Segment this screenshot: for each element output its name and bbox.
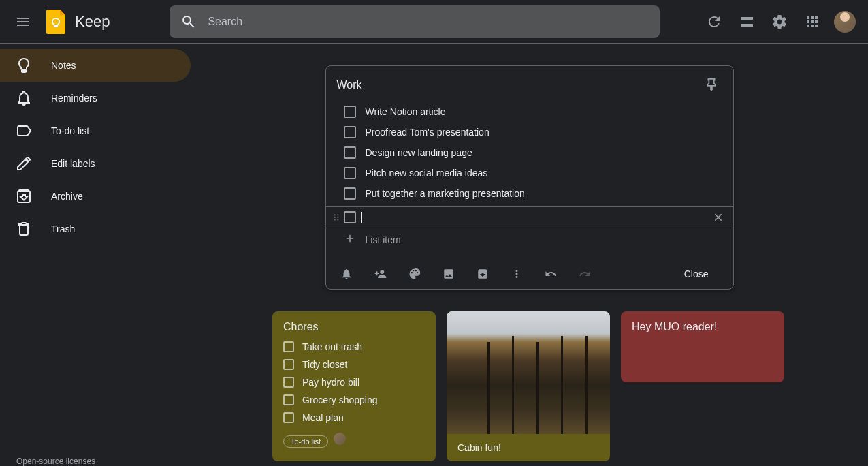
note-checklist-item: Pay hydro bill [283, 377, 425, 388]
checkbox-icon[interactable] [344, 187, 356, 200]
image-button[interactable] [436, 262, 461, 286]
sidebar-footer[interactable]: Open-source licenses [16, 456, 95, 466]
search-input[interactable] [208, 16, 649, 28]
view-toggle-button[interactable] [730, 5, 763, 38]
sidebar-item-todo[interactable]: To-do list [0, 114, 191, 147]
note-editor: Work Write Notion article Proofread Tom'… [325, 65, 734, 290]
refresh-button[interactable] [698, 5, 730, 38]
apps-button[interactable] [796, 5, 829, 38]
archive-icon [16, 188, 32, 204]
pin-button[interactable] [701, 74, 722, 96]
label-icon [16, 123, 32, 139]
close-button[interactable]: Close [668, 263, 725, 285]
note-title: Hey MUO reader! [632, 321, 773, 333]
note-checklist-item: Tidy closet [283, 359, 425, 370]
pencil-icon [16, 155, 32, 172]
redo-button[interactable] [573, 262, 597, 286]
bell-icon [16, 90, 32, 106]
editor-checklist-item[interactable]: Write Notion article [326, 102, 733, 122]
sidebar-item-label: Trash [51, 223, 75, 234]
svg-point-3 [337, 214, 338, 215]
lightbulb-icon [16, 57, 32, 74]
sidebar-item-trash[interactable]: Trash [0, 213, 191, 245]
undo-button[interactable] [539, 262, 563, 286]
note-label-chip[interactable]: To-do list [283, 435, 328, 448]
clear-item-button[interactable] [711, 211, 725, 223]
note-checklist-item: Take out trash [283, 341, 425, 352]
trash-icon [16, 221, 32, 237]
sidebar-item-label: Reminders [51, 93, 97, 104]
archive-button[interactable] [470, 262, 495, 286]
note-checklist-item: Meal plan [283, 412, 425, 423]
checkbox-icon[interactable] [344, 126, 356, 138]
sidebar-item-label: Edit labels [51, 158, 95, 169]
sidebar: Notes Reminders To-do list Edit labels A… [0, 44, 191, 466]
collaborator-avatar [334, 433, 346, 445]
svg-point-7 [337, 219, 338, 220]
sidebar-item-archive[interactable]: Archive [0, 180, 191, 213]
checkbox-icon[interactable] [344, 211, 356, 223]
app-title: Keep [75, 13, 110, 31]
note-checklist-item: Grocery shopping [283, 394, 425, 405]
sidebar-item-edit-labels[interactable]: Edit labels [0, 147, 191, 180]
note-title: Chores [283, 321, 425, 333]
search-icon [180, 14, 197, 30]
sidebar-item-reminders[interactable]: Reminders [0, 82, 191, 114]
editor-toolbar: Close [326, 259, 733, 289]
checkbox-icon[interactable] [344, 106, 356, 118]
checkbox-icon[interactable] [344, 167, 356, 179]
editor-checklist-item[interactable]: Proofread Tom's presentation [326, 122, 733, 142]
svg-point-2 [334, 214, 335, 215]
sidebar-item-notes[interactable]: Notes [0, 49, 191, 82]
sidebar-item-label: To-do list [51, 125, 89, 136]
header-actions [698, 5, 861, 38]
color-button[interactable] [402, 262, 427, 286]
menu-button[interactable] [7, 5, 39, 38]
remind-me-button[interactable] [334, 262, 359, 286]
editor-title[interactable]: Work [337, 79, 701, 91]
sidebar-item-label: Notes [51, 60, 76, 71]
drag-handle-icon[interactable] [330, 213, 342, 222]
checkbox-icon[interactable] [344, 146, 356, 159]
user-avatar[interactable] [834, 11, 856, 33]
editor-checklist-item[interactable]: Pitch new social media ideas [326, 163, 733, 183]
note-title: Cabin fun! [447, 434, 610, 461]
header: Keep [0, 0, 868, 44]
search-bar[interactable] [170, 5, 660, 38]
main-content: Work Write Notion article Proofread Tom'… [191, 44, 868, 466]
plus-icon [344, 232, 356, 247]
svg-rect-1 [54, 25, 58, 27]
note-card-chores[interactable]: Chores Take out trash Tidy closet Pay hy… [272, 311, 436, 461]
svg-point-6 [334, 219, 335, 220]
note-card-cabin[interactable]: Cabin fun! [447, 311, 610, 461]
sidebar-item-label: Archive [51, 191, 83, 202]
svg-point-4 [334, 217, 335, 218]
settings-button[interactable] [763, 5, 796, 38]
svg-point-5 [337, 217, 338, 218]
editor-checklist-item[interactable]: Design new landing page [326, 142, 733, 163]
add-list-item[interactable]: List item [326, 228, 733, 251]
collaborator-button[interactable] [368, 262, 393, 286]
note-image [447, 311, 610, 434]
notes-grid: Chores Take out trash Tidy closet Pay hy… [272, 311, 868, 461]
more-button[interactable] [504, 262, 529, 286]
keep-logo [42, 8, 69, 35]
note-card-muo[interactable]: Hey MUO reader! [621, 311, 784, 382]
new-item-input[interactable] [361, 212, 711, 223]
editor-new-item-row[interactable] [326, 206, 733, 228]
editor-checklist-item[interactable]: Put together a marketing presentation [326, 183, 733, 204]
